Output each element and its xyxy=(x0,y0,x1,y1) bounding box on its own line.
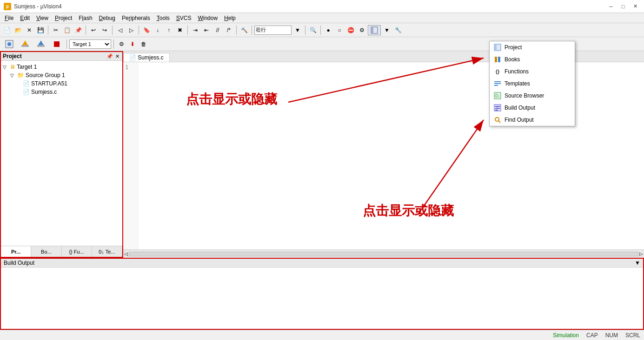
bookmark-btn[interactable]: 🔖 xyxy=(141,25,152,35)
build-output-dropdown-btn[interactable]: ▼ xyxy=(635,260,640,266)
sidebar-tab-project[interactable]: Pr... xyxy=(1,246,31,257)
undo-btn[interactable]: ↩ xyxy=(88,25,99,35)
status-right: Simulation CAP NUM SCRL xyxy=(553,332,640,339)
tree-item-target[interactable]: ▽ 🖥 Target 1 xyxy=(3,63,120,71)
svg-rect-20 xyxy=(495,108,500,109)
clear-bookmark-btn[interactable]: ✖ xyxy=(175,25,185,35)
scroll-track[interactable] xyxy=(129,252,638,256)
stop-build-btn[interactable] xyxy=(49,39,64,49)
svg-rect-15 xyxy=(494,85,498,86)
menu-file[interactable]: File xyxy=(2,14,16,22)
tree-item-startup[interactable]: 📄 STARTUP.A51 xyxy=(3,79,120,88)
copy-btn[interactable]: 📋 xyxy=(62,25,72,35)
tree-item-sumjess[interactable]: 📄 Sumjess.c xyxy=(3,88,120,96)
menu-tools[interactable]: Tools xyxy=(154,14,173,22)
close-button[interactable]: ✕ xyxy=(630,2,640,11)
zoom-btn[interactable]: 🔍 xyxy=(308,25,318,35)
svg-rect-8 xyxy=(54,41,60,47)
svg-rect-4 xyxy=(21,45,29,47)
sidebar-tree: ▽ 🖥 Target 1 ▽ 📁 Source Group 1 📄 STARTU… xyxy=(1,61,122,246)
menu-help[interactable]: Help xyxy=(221,14,239,22)
menu-debug[interactable]: Debug xyxy=(96,14,118,22)
svg-rect-21 xyxy=(495,110,498,111)
minimize-button[interactable]: ─ xyxy=(606,2,616,11)
prev-bookmark-btn[interactable]: ↑ xyxy=(164,25,174,35)
sidebar-close-btn[interactable]: ✕ xyxy=(114,53,120,59)
editor-tab-sumjess[interactable]: 📄 Sumjess.c xyxy=(123,53,170,62)
new-file-btn[interactable]: 📄 xyxy=(2,25,12,35)
dropdown-item-templates[interactable]: Templates xyxy=(490,78,575,90)
svg-rect-10 xyxy=(494,44,497,51)
menu-window[interactable]: Window xyxy=(195,14,220,22)
svg-marker-5 xyxy=(22,40,28,45)
stop-btn[interactable]: ⛔ xyxy=(345,25,356,35)
sidebar-tab-functions[interactable]: {} Fu... xyxy=(62,246,92,257)
close-btn[interactable]: ✕ xyxy=(24,25,34,35)
svg-rect-1 xyxy=(371,27,373,33)
target-select[interactable]: Target 1 xyxy=(69,39,111,49)
nav-back-btn[interactable]: ◁ xyxy=(115,25,125,35)
save-btn[interactable]: 💾 xyxy=(35,25,46,35)
run-combo[interactable] xyxy=(254,26,292,35)
svg-rect-12 xyxy=(498,57,500,62)
title-bar: µ Sumjess - µVision4 ─ □ ✕ xyxy=(0,0,644,13)
menu-bar: File Edit View Project Flash Debug Perip… xyxy=(0,13,644,23)
indent-btn[interactable]: ⇥ xyxy=(190,25,200,35)
target-options-btn[interactable] xyxy=(2,39,17,49)
redo-btn[interactable]: ↪ xyxy=(100,25,110,35)
run-dropdown-btn[interactable]: ▼ xyxy=(292,25,303,35)
menu-svcs[interactable]: SVCS xyxy=(173,14,194,22)
download-btn[interactable]: ⬇ xyxy=(127,39,138,49)
tree-item-source-group[interactable]: ▽ 📁 Source Group 1 xyxy=(3,71,120,79)
nav-fwd-btn[interactable]: ▷ xyxy=(126,25,136,35)
view-panel-btn[interactable] xyxy=(368,25,381,35)
sidebar-tab-templates[interactable]: 0↓ Te... xyxy=(92,246,122,257)
svg-rect-19 xyxy=(495,106,500,107)
uncomment-btn[interactable]: /* xyxy=(224,25,234,35)
dropdown-item-find-output[interactable]: Find Output xyxy=(490,114,575,126)
cut-btn[interactable]: ✂ xyxy=(51,25,61,35)
dropdown-item-project[interactable]: Project xyxy=(490,41,575,53)
dropdown-item-source-browser[interactable]: 0↓ Source Browser xyxy=(490,90,575,102)
options-btn[interactable]: ⚙ xyxy=(116,39,126,49)
next-bookmark-btn[interactable]: ↓ xyxy=(153,25,163,35)
build-output-title: Build Output xyxy=(4,260,34,266)
menu-flash[interactable]: Flash xyxy=(76,14,95,22)
menu-edit[interactable]: Edit xyxy=(17,14,33,22)
sidebar-tab-books[interactable]: Bo... xyxy=(31,246,61,257)
svg-rect-13 xyxy=(494,81,501,82)
dropdown-item-functions[interactable]: {} Functions xyxy=(490,65,575,78)
rebuild-btn[interactable] xyxy=(33,39,48,49)
build2-btn[interactable] xyxy=(18,39,33,49)
paste-btn[interactable]: 📌 xyxy=(73,25,83,35)
outdent-btn[interactable]: ⇤ xyxy=(201,25,212,35)
menu-project[interactable]: Project xyxy=(52,14,75,22)
functions-icon: {} xyxy=(493,67,502,76)
scroll-right-btn[interactable]: ▷ xyxy=(639,251,643,256)
erase-btn[interactable]: 🗑 xyxy=(139,39,149,49)
open-btn[interactable]: 📂 xyxy=(13,25,23,35)
status-scrl: SCRL xyxy=(625,332,640,339)
maximize-button[interactable]: □ xyxy=(618,2,628,11)
menu-view[interactable]: View xyxy=(33,14,51,22)
view-dropdown-btn[interactable]: ▼ xyxy=(382,25,392,35)
sidebar-pin-btn[interactable]: 📌 xyxy=(106,53,113,59)
tools-btn[interactable]: 🔧 xyxy=(393,25,403,35)
mem1-btn[interactable]: ● xyxy=(323,25,333,35)
toolbar-row-1: 📄 📂 ✕ 💾 ✂ 📋 📌 ↩ ↪ ◁ ▷ 🔖 ↓ ↑ ✖ ⇥ ⇤ // /* xyxy=(0,23,644,37)
comment-btn[interactable]: // xyxy=(212,25,223,35)
config-btn[interactable]: ⚙ xyxy=(357,25,367,35)
dropdown-label-project: Project xyxy=(505,44,522,51)
dropdown-item-books[interactable]: Books xyxy=(490,53,575,65)
svg-marker-7 xyxy=(38,40,44,45)
window-title: Sumjess - µVision4 xyxy=(14,3,62,10)
dropdown-item-build-output[interactable]: Build Output xyxy=(490,102,575,114)
templates-icon xyxy=(493,79,502,88)
svg-rect-11 xyxy=(495,57,497,62)
sidebar-header: Project 📌 ✕ xyxy=(1,52,122,61)
scroll-left-btn[interactable]: ◁ xyxy=(124,251,128,256)
mem2-btn[interactable]: ○ xyxy=(334,25,345,35)
menu-peripherals[interactable]: Peripherals xyxy=(119,14,153,22)
books-icon xyxy=(493,55,502,64)
build-btn[interactable]: 🔨 xyxy=(239,25,249,35)
